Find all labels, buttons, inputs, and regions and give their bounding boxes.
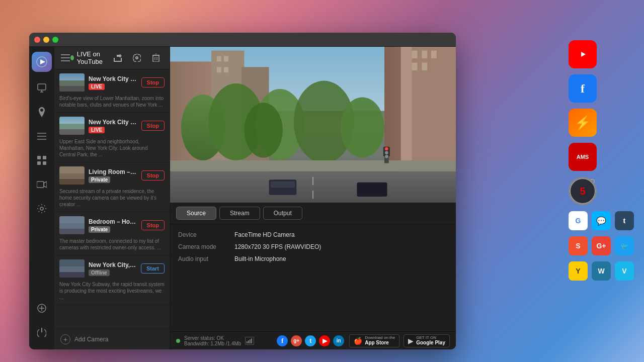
social-googleplus[interactable]: g+: [291, 335, 302, 346]
status-badge-3: Private: [89, 176, 110, 183]
camera-desc-1: Bird's-eye view of Lower Manhattan, zoom…: [59, 95, 165, 108]
svg-rect-51: [170, 160, 456, 171]
add-camera-label: Add Camera: [74, 336, 108, 343]
svg-rect-14: [37, 182, 44, 188]
status-badge-5: Offline: [89, 269, 110, 276]
sidebar-item-power[interactable]: [32, 322, 52, 342]
tumblr-desktop-icon[interactable]: t: [615, 211, 634, 230]
svg-rect-62: [247, 341, 248, 343]
camera-item-2[interactable]: New York City – UES LIVE Stop Upper East…: [54, 113, 170, 162]
sidebar-item-location[interactable]: [32, 102, 52, 122]
add-camera-button[interactable]: + Add Camera: [54, 329, 170, 349]
status-badge-2: LIVE: [89, 127, 105, 133]
sidebar-item-list[interactable]: [32, 126, 52, 146]
camera-thumb-1: [59, 73, 85, 92]
sidebar-item-settings[interactable]: [32, 199, 52, 219]
social-facebook[interactable]: f: [277, 335, 288, 346]
maximize-button[interactable]: [52, 37, 58, 43]
g-desktop-icon[interactable]: G: [569, 211, 588, 230]
desktop-icon-row-3: Y W V: [569, 261, 634, 281]
camera-item-4[interactable]: Bedroom – Home Private Stop The master b…: [54, 212, 170, 255]
svg-rect-38: [217, 67, 221, 72]
twitter-desktop-icon[interactable]: 🐦: [615, 236, 634, 255]
wordpress-desktop-icon[interactable]: W: [592, 261, 611, 281]
svg-rect-10: [37, 156, 41, 159]
start-button-5[interactable]: Start: [141, 263, 165, 274]
thunder-desktop-icon[interactable]: ⚡: [569, 109, 597, 137]
add-circle-icon: +: [60, 334, 70, 344]
social-twitter[interactable]: t: [305, 335, 316, 346]
settings-icon[interactable]: [129, 50, 144, 65]
tab-output[interactable]: Output: [263, 207, 302, 220]
svg-rect-4: [38, 84, 46, 90]
social-linkedin[interactable]: in: [333, 335, 344, 346]
app-window: LIVE on YouTube: [29, 33, 456, 349]
camera-item-1[interactable]: New York City – Birds Eye LIVE Stop Bird…: [54, 69, 170, 113]
ams-desktop-icon[interactable]: AMS: [569, 143, 597, 171]
server-status-text: Server status: OK Bandwidth: 1.2Mb /1.4M…: [184, 335, 241, 346]
svg-point-49: [244, 103, 282, 157]
social-icons: f g+ t ▶ in: [277, 335, 344, 346]
camera-thumb-2: [59, 117, 85, 135]
sidebar-item-grid[interactable]: [32, 150, 52, 170]
camera-item-5[interactable]: New York City, Subway Offline Start New …: [54, 255, 170, 305]
tab-bar: Source Stream Output: [170, 203, 456, 224]
app-logo[interactable]: [32, 52, 52, 72]
app-store-badge[interactable]: 🍎 Download on the App Store: [349, 334, 399, 347]
svg-rect-55: [271, 182, 295, 188]
chat-desktop-icon[interactable]: 💬: [592, 211, 611, 230]
camera-name-4: Bedroom – Home: [89, 218, 137, 225]
status-badge-1: LIVE: [89, 83, 105, 90]
yelp-desktop-icon[interactable]: Y: [569, 261, 588, 281]
svg-rect-36: [217, 56, 221, 61]
stumble-desktop-icon[interactable]: S: [569, 236, 588, 255]
delete-icon[interactable]: [148, 50, 164, 65]
stop-button-1[interactable]: Stop: [141, 77, 165, 87]
social-youtube[interactable]: ▶: [319, 335, 330, 346]
svg-point-59: [385, 147, 388, 151]
svg-rect-37: [224, 56, 228, 61]
gplus-desktop-icon[interactable]: G+: [592, 236, 611, 255]
apple-icon: 🍎: [354, 337, 362, 345]
camera-item-3[interactable]: Living Room – Home Private Stop Secured …: [54, 162, 170, 212]
stop-button-2[interactable]: Stop: [141, 121, 165, 131]
stop-button-3[interactable]: Stop: [141, 170, 165, 180]
svg-rect-63: [248, 340, 249, 343]
sidebar-item-add[interactable]: [32, 298, 52, 318]
svg-rect-12: [37, 161, 41, 165]
tab-source[interactable]: Source: [176, 207, 216, 220]
sidebar-item-camera[interactable]: [32, 174, 52, 195]
main-content: Source Stream Output Device FaceTime HD …: [170, 47, 456, 349]
video-area: [170, 47, 456, 203]
share-icon[interactable]: [110, 50, 125, 65]
audio-input-row: Audio input Built-in Microphone: [178, 255, 448, 262]
info-panel: Device FaceTime HD Camera Camera mode 12…: [170, 224, 456, 269]
vimeo-desktop-icon[interactable]: V: [615, 261, 634, 281]
server-status-dot: [176, 339, 180, 343]
hamburger-icon[interactable]: [60, 50, 70, 65]
camera-list-scroll[interactable]: New York City – Birds Eye LIVE Stop Bird…: [54, 69, 170, 329]
camera-desc-3: Secured stream of a private residence, t…: [59, 188, 165, 208]
svg-rect-40: [412, 51, 418, 58]
svg-rect-64: [250, 339, 251, 343]
minimize-button[interactable]: [43, 37, 49, 43]
sidebar-item-streams[interactable]: [32, 78, 52, 98]
svg-rect-39: [224, 67, 228, 72]
svg-point-60: [385, 151, 388, 154]
bandwidth-icon[interactable]: [245, 337, 254, 345]
tab-stream[interactable]: Stream: [219, 207, 260, 220]
close-button[interactable]: [34, 37, 40, 43]
camera-thumb-4: [59, 216, 85, 234]
stop-button-4[interactable]: Stop: [141, 220, 165, 230]
camera-desc-5: New York City Subway, the rapid transit …: [59, 281, 165, 301]
svg-rect-23: [153, 55, 159, 62]
live-dot: [70, 55, 74, 60]
s5-desktop-icon[interactable]: 5: [569, 177, 597, 205]
youtube-desktop-icon[interactable]: [569, 40, 597, 68]
camera-list: LIVE on YouTube: [54, 47, 170, 349]
status-bar: Server status: OK Bandwidth: 1.2Mb /1.4M…: [170, 331, 456, 349]
desktop-icon-row-2: S G+ 🐦: [569, 236, 634, 255]
svg-rect-44: [422, 63, 427, 70]
play-store-badge[interactable]: ▶ GET IT ON Google Play: [404, 334, 450, 347]
facebook-desktop-icon[interactable]: f: [569, 74, 597, 103]
